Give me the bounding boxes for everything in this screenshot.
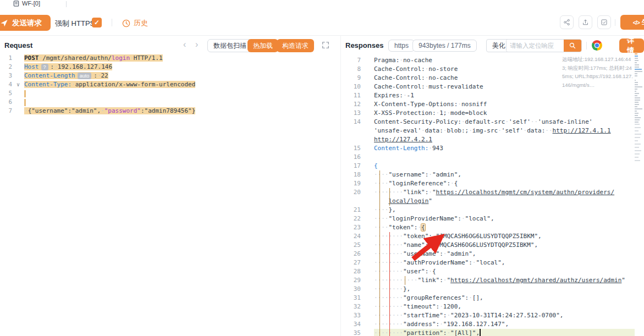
code-line[interactable]: 29············"link":·"https://localhost…	[342, 276, 635, 285]
code-line[interactable]: 6	[0, 98, 340, 107]
code-token: ····	[374, 206, 389, 213]
checkmark-icon: ✓	[94, 19, 100, 26]
construct-request-button[interactable]: 构造请求	[277, 39, 314, 52]
tab-wf[interactable]: WF-[0]	[13, 0, 40, 8]
code-line[interactable]: 3Content-Lengthauto:·22	[0, 71, 340, 80]
response-editor[interactable]: 7Pragma:·no-cache8Cache-Control:·no-stor…	[342, 56, 635, 336]
code-line[interactable]: 1POST·/mgmt/shared/authn/login·HTTP/1.1	[0, 54, 340, 63]
search-button[interactable]	[564, 40, 581, 52]
share-button[interactable]	[560, 15, 574, 29]
code-token: nosniff	[461, 101, 487, 108]
chrome-icon[interactable]	[592, 40, 602, 51]
code-line[interactable]: 30········},	[342, 285, 635, 294]
edit-button[interactable]	[597, 15, 611, 29]
history-button[interactable]: 历史	[122, 18, 148, 28]
code-token: "token":	[389, 224, 418, 231]
code-line[interactable]: 17{	[342, 162, 635, 170]
code-line[interactable]: 2Host?:·192.168.127.146	[0, 63, 340, 71]
code-line[interactable]: 10Cache-Control:·must-revalidate	[342, 82, 635, 91]
code-line[interactable]: 21····},	[342, 206, 635, 214]
magnifier-icon	[569, 42, 576, 49]
generate-code-label: 生	[642, 18, 644, 27]
code-line[interactable]: 20········"link":·"https://localhost/mgm…	[342, 188, 635, 197]
generate-code-button[interactable]: </> 生	[620, 15, 644, 30]
panel-divider[interactable]	[340, 35, 341, 336]
minimap-line	[635, 106, 637, 107]
code-token: mode=block	[450, 109, 487, 117]
code-line[interactable]: 32········"timeout":·1200,	[342, 302, 635, 311]
code-token: "admin",	[432, 171, 461, 178]
code-line[interactable]: 12X-Content-Type-Options:·nosniff	[342, 100, 635, 109]
text-selection	[24, 90, 26, 97]
code-line[interactable]: 34········"address":·"192.168.127.147",	[342, 320, 635, 329]
code-line[interactable]: local/login"	[342, 197, 635, 206]
code-token: Content-Type:	[24, 81, 71, 88]
code-token: https://localhost/mgmt/shared/authz/user…	[450, 277, 621, 284]
header-divider	[586, 42, 587, 49]
hot-reload-button[interactable]: 热加载	[247, 39, 278, 52]
minimap-line	[635, 147, 639, 148]
force-https-checkbox[interactable]: ✓	[92, 18, 102, 27]
code-line[interactable]: 9Cache-Control:·no-cache	[342, 74, 635, 82]
line-content: http://127.4.2.1	[374, 135, 635, 144]
code-line[interactable]: 11Expires:·-1	[342, 91, 635, 100]
fold-gutter	[361, 258, 374, 267]
code-token: ·	[439, 303, 443, 310]
chevron-left-icon[interactable]: ‹	[183, 41, 186, 48]
code-line[interactable]: 15Content-Length:·943	[342, 144, 635, 153]
code-line[interactable]: 5	[0, 89, 340, 98]
minimap-line	[635, 97, 640, 98]
chevron-right-icon[interactable]: ›	[195, 41, 198, 48]
code-line[interactable]: 26········"userName":·"admin",	[342, 250, 635, 258]
code-line[interactable]: 28········"user":·{	[342, 267, 635, 276]
code-line[interactable]: 16	[342, 153, 635, 162]
code-token: ············	[374, 277, 417, 284]
code-line[interactable]: 8Cache-Control:·no-store	[342, 65, 635, 74]
code-line[interactable]: 27········"authProviderName":·"local",	[342, 258, 635, 267]
code-token: ·	[428, 171, 432, 178]
code-line[interactable]: 22····"loginProviderName":·"local",	[342, 214, 635, 223]
line-number: 12	[342, 100, 361, 109]
code-line[interactable]: 33········"startTime":·"2023-10-31T14:24…	[342, 311, 635, 320]
code-token: local/login	[389, 197, 429, 205]
code-token: ·	[101, 107, 104, 114]
code-line[interactable]: 25········"name":·"JMQCASH6OG6LUSYDTQQPZ…	[342, 241, 635, 250]
code-token: -1	[407, 92, 414, 99]
minimap[interactable]	[635, 53, 643, 196]
text-cursor	[480, 329, 481, 336]
code-token: "local",	[476, 259, 505, 266]
code-line[interactable]: 7Pragma:·no-cache	[342, 56, 635, 65]
fold-chevron-icon[interactable]: ∨	[12, 80, 24, 89]
code-line[interactable]: 14Content-Security-Policy:·default-src·'…	[342, 118, 635, 126]
export-button[interactable]	[579, 15, 592, 29]
code-token: "admin",	[447, 250, 476, 257]
code-line[interactable]: 'unsafe-eval'·data:·blob:;·img-src·'self…	[342, 126, 635, 135]
packet-scan-button[interactable]: 数据包扫描	[207, 39, 252, 52]
code-line[interactable]: http://127.4.2.1	[342, 135, 635, 144]
code-line[interactable]: 24········"token":·"JMQCASH6OG6LUSYDTQQP…	[342, 232, 635, 241]
line-number: 2	[0, 63, 12, 71]
code-token: Content-Length:	[374, 145, 428, 152]
code-token: login	[112, 54, 130, 62]
details-button[interactable]: 详情	[619, 38, 644, 53]
send-request-button[interactable]: 发送请求	[0, 15, 51, 31]
code-line[interactable]: 4∨Content-Type:·application/x-www-form-u…	[0, 80, 340, 89]
code-token: "username":	[389, 171, 429, 178]
code-line[interactable]: 7·{"username":"admin",·"password":"admin…	[0, 107, 340, 115]
code-line[interactable]: 31········"groupReferences":·[],	[342, 294, 635, 302]
code-token: 1;	[439, 109, 447, 117]
minimap-line	[635, 62, 637, 63]
fullscreen-icon[interactable]	[322, 41, 329, 49]
code-line[interactable]: 35········"partition":·"[All]",	[342, 329, 635, 336]
code-line[interactable]: 18····"username":·"admin",	[342, 170, 635, 179]
search-input[interactable]	[507, 40, 564, 52]
code-token: "	[428, 197, 432, 205]
code-line[interactable]: 19····"loginReference":·{	[342, 179, 635, 188]
request-editor[interactable]: 1POST·/mgmt/shared/authn/login·HTTP/1.12…	[0, 54, 340, 115]
minimap-line	[635, 134, 641, 135]
code-line[interactable]: 23····"token":·{	[342, 223, 635, 232]
code-token: {"username":"admin",	[28, 107, 101, 114]
clock-icon	[122, 19, 130, 27]
code-line[interactable]: 13X-XSS-Protection:·1;·mode=block	[342, 109, 635, 118]
line-content: ········"user":·{	[374, 267, 635, 276]
